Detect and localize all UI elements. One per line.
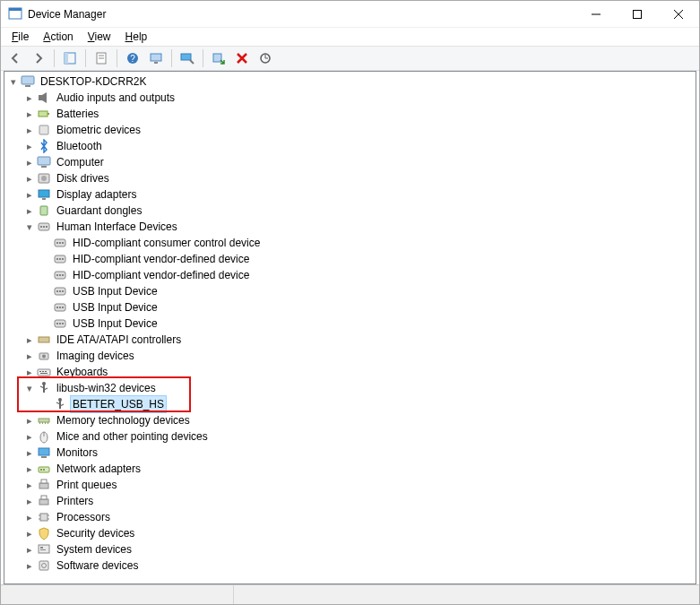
tree-category[interactable]: ▸ Audio inputs and outputs — [4, 90, 696, 106]
expander-icon[interactable]: ▸ — [22, 170, 37, 186]
expander-icon[interactable]: ▸ — [22, 445, 37, 461]
show-hide-tree-button[interactable] — [59, 48, 81, 69]
maximize-button[interactable] — [617, 1, 658, 27]
forward-button[interactable] — [28, 48, 49, 69]
tree-category[interactable]: ▸ Guardant dongles — [4, 203, 696, 219]
enable-device-button[interactable] — [208, 48, 229, 69]
help-button[interactable]: ? — [122, 48, 143, 69]
monitor-wrench-icon — [180, 51, 194, 65]
tree-category[interactable]: ▸ IDE ATA/ATAPI controllers — [4, 332, 696, 348]
generic-icon — [37, 123, 51, 137]
expander-icon[interactable]: ▸ — [22, 412, 37, 428]
menu-action[interactable]: Action — [36, 30, 80, 44]
tree-category[interactable]: ▸ Security devices — [4, 525, 696, 541]
tree-item-label: Biometric devices — [55, 122, 143, 138]
tree-item-label: IDE ATA/ATAPI controllers — [55, 332, 183, 348]
uninstall-device-button[interactable] — [231, 48, 253, 69]
tree-device[interactable]: ▾ USB Input Device — [4, 283, 696, 299]
expander-icon[interactable]: ▸ — [22, 525, 37, 541]
tree-root[interactable]: ▾ DESKTOP-KDCRR2K — [4, 73, 696, 90]
expander-icon[interactable]: ▸ — [22, 203, 37, 219]
update-driver-button[interactable] — [177, 48, 198, 69]
tree-device[interactable]: ▾ USB Input Device — [4, 299, 696, 315]
expander-icon[interactable]: ▾ — [6, 73, 21, 90]
tree-item-label: Disk drives — [55, 170, 111, 186]
expander-icon[interactable]: ▸ — [22, 332, 37, 348]
expander-icon[interactable]: ▸ — [22, 186, 37, 203]
tree-icon — [63, 51, 77, 65]
properties-button[interactable] — [91, 48, 112, 69]
tree-category[interactable]: ▾ libusb-win32 devices — [4, 380, 696, 396]
tree-category[interactable]: ▸ Imaging devices — [4, 348, 696, 364]
expander-icon[interactable]: ▾ — [22, 380, 37, 396]
tree-category[interactable]: ▸ Printers — [4, 493, 696, 509]
devices-by-type-button[interactable] — [145, 48, 167, 69]
disk-icon — [37, 171, 51, 186]
tree-category[interactable]: ▸ Network adapters — [4, 461, 696, 477]
expander-icon[interactable]: ▸ — [22, 428, 37, 445]
tree-device[interactable]: ▾ HID-compliant consumer control device — [4, 235, 696, 251]
expander-icon[interactable]: ▸ — [22, 154, 37, 170]
computer-icon — [21, 74, 35, 89]
audio-icon — [37, 91, 51, 105]
tree-category[interactable]: ▸ Batteries — [4, 106, 696, 122]
tree-category[interactable]: ▸ Computer — [4, 154, 696, 170]
menu-view[interactable]: View — [81, 30, 118, 44]
device-tree-container: ▾ DESKTOP-KDCRR2K ▸ Audio inputs and out… — [4, 71, 696, 584]
expander-icon[interactable]: ▸ — [22, 138, 37, 154]
tree-category[interactable]: ▸ Memory technology devices — [4, 412, 696, 428]
expander-icon[interactable]: ▸ — [22, 90, 37, 106]
expander-icon[interactable]: ▾ — [22, 219, 37, 235]
tree-item-label: System devices — [55, 541, 134, 557]
tree-category[interactable]: ▸ System devices — [4, 541, 696, 557]
expander-icon[interactable]: ▸ — [22, 348, 37, 364]
expander-icon[interactable]: ▸ — [22, 106, 37, 122]
tree-device[interactable]: ▾ USB Input Device — [4, 315, 696, 332]
tree-item-label: Monitors — [55, 445, 99, 461]
tree-category[interactable]: ▸ Disk drives — [4, 170, 696, 186]
battery-icon — [37, 107, 51, 121]
tree-category[interactable]: ▸ Software devices — [4, 557, 696, 574]
tree-item-label: USB Input Device — [71, 299, 160, 315]
tree-item-label: Human Interface Devices — [55, 219, 179, 235]
tree-device[interactable]: ▾ HID-compliant vendor-defined device — [4, 267, 696, 283]
hid-icon — [37, 220, 51, 234]
device-manager-window: Device Manager File Action View Help ? — [0, 0, 700, 605]
mouse-icon — [37, 429, 51, 444]
tree-category[interactable]: ▸ Processors — [4, 509, 696, 525]
tree-category[interactable]: ▸ Monitors — [4, 445, 696, 461]
cpu-icon — [37, 510, 51, 524]
tree-category[interactable]: ▸ Bluetooth — [4, 138, 696, 154]
svg-rect-65 — [181, 54, 191, 60]
device-tree[interactable]: ▾ DESKTOP-KDCRR2K ▸ Audio inputs and out… — [4, 72, 696, 583]
menu-file[interactable]: File — [4, 30, 36, 44]
tree-category[interactable]: ▸ Biometric devices — [4, 122, 696, 138]
expander-icon[interactable]: ▸ — [22, 477, 37, 493]
svg-rect-64 — [154, 62, 158, 64]
tree-item-label: Network adapters — [55, 461, 143, 477]
tree-category[interactable]: ▸ Keyboards — [4, 364, 696, 380]
tree-category[interactable]: ▸ Mice and other pointing devices — [4, 428, 696, 445]
expander-icon[interactable]: ▸ — [22, 461, 37, 477]
expander-icon[interactable]: ▸ — [22, 541, 37, 557]
menu-help[interactable]: Help — [118, 30, 155, 44]
tree-device[interactable]: ▾ HID-compliant vendor-defined device — [4, 251, 696, 267]
expander-icon[interactable]: ▸ — [22, 493, 37, 509]
tree-category[interactable]: ▸ Print queues — [4, 477, 696, 493]
tree-device[interactable]: ▾ BETTER_USB_HS — [4, 396, 696, 412]
software-icon — [37, 558, 51, 573]
enable-icon — [212, 51, 226, 65]
tree-category[interactable]: ▾ Human Interface Devices — [4, 219, 696, 235]
tree-item-label: HID-compliant vendor-defined device — [71, 251, 251, 267]
close-button[interactable] — [658, 1, 699, 27]
back-button[interactable] — [4, 48, 26, 69]
svg-rect-63 — [151, 54, 161, 61]
tree-item-label: USB Input Device — [71, 283, 160, 299]
expander-icon[interactable]: ▸ — [22, 509, 37, 525]
minimize-button[interactable] — [575, 1, 617, 27]
tree-category[interactable]: ▸ Display adapters — [4, 186, 696, 203]
scan-hardware-button[interactable] — [255, 48, 276, 69]
expander-icon[interactable]: ▸ — [22, 557, 37, 574]
expander-icon[interactable]: ▸ — [22, 364, 37, 380]
expander-icon[interactable]: ▸ — [22, 122, 37, 138]
